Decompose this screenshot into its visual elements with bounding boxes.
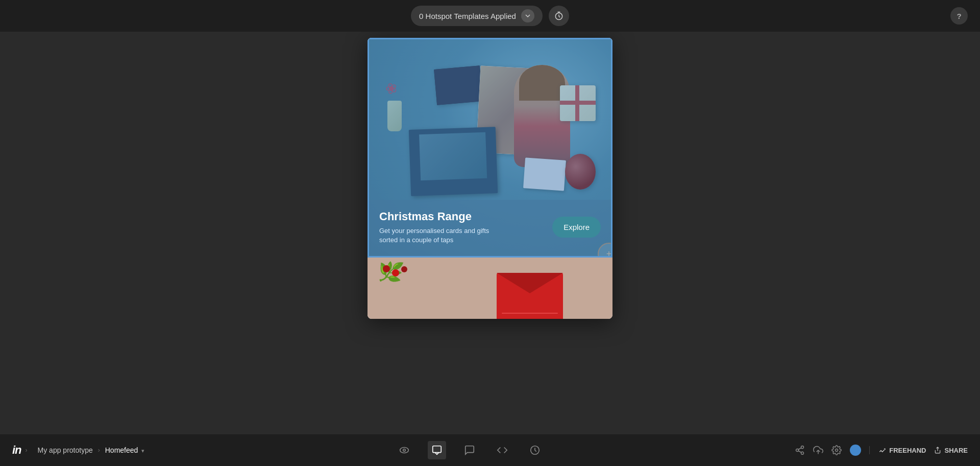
berries: [383, 265, 407, 276]
share-button[interactable]: SHARE: [934, 447, 968, 454]
hotspot-templates-pill[interactable]: 0 Hotspot Templates Applied: [411, 6, 543, 26]
breadcrumb-sep-1: ›: [98, 447, 100, 454]
share-label: SHARE: [944, 447, 968, 454]
banner-text-area: Christmas Range Get your personalised ca…: [369, 200, 611, 256]
breadcrumb-project[interactable]: My app prototype: [38, 446, 93, 454]
svg-line-8: [798, 451, 801, 452]
second-card-bg: 🌿: [368, 258, 612, 319]
brand-logo-text: in: [12, 444, 21, 457]
svg-point-11: [836, 449, 838, 452]
freehand-button[interactable]: FREEHAND: [869, 446, 926, 454]
code-button[interactable]: [493, 441, 511, 459]
svg-rect-3: [433, 446, 442, 453]
toolbar-right: FREEHAND SHARE: [795, 445, 968, 456]
share-network-button[interactable]: [795, 445, 805, 455]
user-color-indicator: [850, 445, 861, 456]
preview-button[interactable]: [395, 441, 413, 459]
toolbar-center: [144, 441, 795, 459]
history-button[interactable]: [526, 441, 544, 459]
svg-point-5: [801, 446, 804, 449]
nav-forward-arrow[interactable]: ›: [26, 447, 28, 454]
svg-point-2: [403, 449, 406, 452]
svg-point-1: [400, 448, 409, 453]
cursor-plus-icon: +: [606, 249, 612, 258]
hotspot-button[interactable]: [428, 441, 446, 459]
breadcrumb-screen[interactable]: Homefeed ▾: [105, 446, 144, 454]
red-card: [477, 273, 543, 319]
canvas-area: ❀: [0, 32, 980, 434]
explore-button[interactable]: Explore: [552, 217, 601, 238]
svg-point-6: [796, 449, 799, 452]
second-card-partial[interactable]: 🌿: [368, 258, 612, 319]
banner-text-content: Christmas Range Get your personalised ca…: [379, 210, 492, 245]
brand-logo[interactable]: in: [12, 444, 21, 457]
svg-point-7: [801, 452, 804, 454]
bottom-toolbar: in › My app prototype › Homefeed ▾: [0, 434, 980, 466]
upload-button[interactable]: [813, 445, 823, 455]
timer-button[interactable]: [549, 6, 569, 26]
hotspot-dropdown-arrow[interactable]: [521, 9, 534, 22]
help-button[interactable]: ?: [950, 7, 968, 25]
settings-button[interactable]: [831, 445, 842, 455]
hotspot-templates-label: 0 Hotspot Templates Applied: [419, 12, 516, 20]
banner-card[interactable]: ❀: [368, 38, 612, 258]
top-bar: 0 Hotspot Templates Applied ?: [0, 0, 980, 32]
banner-subtitle: Get your personalised cards and gifts so…: [379, 226, 492, 245]
breadcrumb: My app prototype › Homefeed ▾: [38, 446, 145, 454]
phone-frame: ❀: [368, 38, 612, 319]
help-label: ?: [957, 12, 961, 20]
svg-line-9: [798, 448, 801, 449]
comment-button[interactable]: [460, 441, 479, 459]
freehand-label: FREEHAND: [889, 447, 926, 454]
banner-title: Christmas Range: [379, 210, 492, 223]
